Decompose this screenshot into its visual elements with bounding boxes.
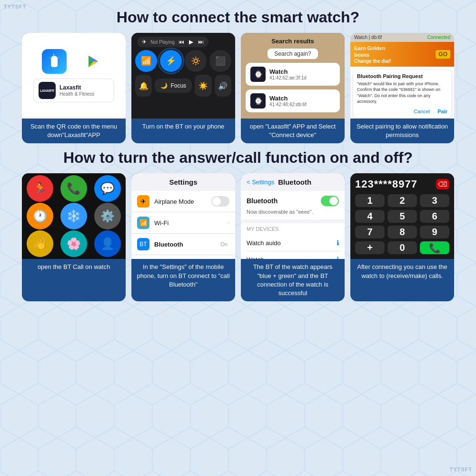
wf-run-icon: 🏃 [27, 175, 53, 202]
settings-airplane[interactable]: ✈ Airplane Mode [131, 191, 235, 212]
card4-image: Watch | db:6f Connected Earn Golden bean… [350, 33, 454, 119]
bt-devices-section: MY DEVICES Watch auido ℹ Watch ℹ [241, 223, 345, 259]
connected-status: Connected [427, 35, 450, 40]
card-select-pairing: Watch | db:6f Connected Earn Golden bean… [350, 33, 454, 143]
dialpad-delete-btn[interactable]: ⌫ [436, 179, 449, 189]
cc-wifi-btn[interactable]: 📶 [135, 50, 157, 72]
bt-top-bar: Watch | db:6f Connected [350, 33, 454, 42]
bt-pairing-ui: Watch | db:6f Connected Earn Golden bean… [350, 33, 454, 119]
app-icons-container: LAXASFIT Laxasfit Health & Fitness [29, 44, 119, 107]
search-again-btn[interactable]: Search again? [268, 49, 317, 59]
watch-icon-1: ⌚ [250, 67, 266, 82]
section2-title: How to turn the answer/call function on … [14, 149, 462, 167]
banner-line2: beans [354, 51, 391, 58]
cc-focus-btn[interactable]: 🌙 Focus [155, 79, 192, 93]
dialpad-grid: 1 2 3 4 5 6 7 8 9 + 0 📞 [355, 194, 449, 254]
card6-image: Settings ✈ Airplane Mode 📶 Wi-Fi › BT Bl… [131, 173, 235, 259]
card5-label: open the BT Call on watch [22, 259, 126, 275]
bluetooth-icon: BT [137, 238, 149, 250]
dialpad-key-3[interactable]: 3 [420, 194, 449, 207]
wf-flower-icon: 🌸 [60, 230, 87, 257]
card7-image: < Settings Bluetooth Bluetooth Now disco… [241, 173, 345, 259]
wf-clock-icon: 🕐 [27, 203, 53, 229]
bt-discoverable-text: Now discoverable as "eeee". [247, 209, 339, 215]
laxasfit-tagline: Health & Fitness [60, 91, 94, 97]
search-results-title: Search results [271, 38, 314, 45]
section2-cards-row: 🏃 📞 💬 🕐 ❄️ ⚙️ 👋 🌸 👤 open the BT Call on … [14, 173, 462, 301]
cc-more-btn[interactable]: 🔅 [185, 50, 207, 72]
bt-game-banner: Earn Golden beans Change the dial! GO [350, 42, 454, 67]
watch-result-2[interactable]: ⌚ Watch 41:42:48:42:db:6f [246, 89, 340, 112]
card3-image: Search results Search again? ⌚ Watch 41:… [241, 33, 345, 119]
bt-device-info-2[interactable]: ℹ [337, 256, 339, 259]
cc-alarm-btn[interactable]: 🔔 [135, 75, 152, 97]
card8-label: After connecting you can use the watch t… [350, 259, 454, 284]
watermark-top-left: TYTSFT [4, 4, 27, 10]
dialpad-number: 123****8977 [355, 178, 417, 190]
card-scan-qr: LAXASFIT Laxasfit Health & Fitness Scan … [22, 33, 126, 143]
cc-bluetooth-btn[interactable]: ⚡ [160, 50, 182, 72]
cc-icons-row1: 📶 ⚡ 🔅 ⬛ [135, 50, 231, 72]
card6-label: In the "Settings" of the mobile phone, t… [131, 259, 235, 293]
dialpad-key-6[interactable]: 6 [420, 210, 449, 223]
wifi-label: Wi-Fi [154, 219, 223, 227]
bluetooth-value: On [220, 241, 228, 247]
card-open-bt-call: 🏃 📞 💬 🕐 ❄️ ⚙️ 👋 🌸 👤 open the BT Call on … [22, 173, 126, 301]
wifi-arrow: › [228, 220, 229, 226]
watch-info-2: Watch 41:42:48:42:db:6f [269, 95, 307, 107]
dialpad-key-4[interactable]: 4 [355, 210, 385, 223]
section1-cards-row: LAXASFIT Laxasfit Health & Fitness Scan … [14, 33, 462, 143]
watch-info-1: Watch 41:42:62:ae:3f:1d [269, 68, 307, 80]
dialpad-key-1[interactable]: 1 [355, 194, 385, 207]
card-settings: Settings ✈ Airplane Mode 📶 Wi-Fi › BT Bl… [131, 173, 235, 301]
play-icon: ▶ [189, 39, 193, 45]
cc-volume-btn[interactable]: 🔊 [215, 75, 231, 97]
bt-device-watch[interactable]: Watch ℹ [247, 251, 339, 259]
focus-label: Focus [170, 82, 186, 89]
page-container: TYTSFT TYTSFT How to connect the smart w… [0, 0, 476, 476]
cc-top-bar: ✈ Not Playing ⏮ ▶ ⏭ [135, 37, 231, 47]
dialpad-key-2[interactable]: 2 [387, 194, 417, 207]
cc-screen-btn[interactable]: ⬛ [209, 50, 231, 72]
cc-brightness-btn[interactable]: ☀️ [195, 75, 211, 97]
settings-cellular[interactable]: 📱 Cellular › [131, 255, 235, 259]
bt-pairing-dialog: Bluetooth Pairing Request "Watch" would … [353, 69, 451, 118]
dialpad-ui: 123****8977 ⌫ 1 2 3 4 5 6 7 8 9 + [350, 173, 454, 259]
bt-dialog-title: Bluetooth Pairing Request [357, 73, 447, 79]
dialpad-call-btn[interactable]: 📞 [420, 241, 449, 255]
laxasfit-logo: LAXASFIT [39, 82, 56, 99]
bt-toggle-section: Bluetooth Now discoverable as "eeee". [241, 191, 345, 219]
dialpad-key-8[interactable]: 8 [387, 226, 417, 238]
moon-icon: 🌙 [160, 82, 168, 89]
card4-label: Select pairing to allow notification per… [350, 119, 454, 143]
dialpad-key-5[interactable]: 5 [387, 210, 417, 223]
app-store-icon [42, 49, 67, 74]
card2-image: ✈ Not Playing ⏮ ▶ ⏭ 📶 ⚡ [131, 33, 235, 119]
watch-result-1[interactable]: ⌚ Watch 41:42:62:ae:3f:1d [246, 63, 340, 86]
wf-message-icon: 💬 [94, 175, 121, 202]
card5-image: 🏃 📞 💬 🕐 ❄️ ⚙️ 👋 🌸 👤 [22, 173, 126, 259]
settings-bluetooth[interactable]: BT Bluetooth On [131, 234, 235, 255]
bt-device-info-1[interactable]: ℹ [337, 239, 339, 247]
bt-settings-header: < Settings Bluetooth [241, 173, 345, 191]
wf-snowflake-icon: ❄️ [60, 203, 87, 229]
dialpad-key-0[interactable]: 0 [387, 241, 417, 255]
bt-pair-btn[interactable]: Pair [437, 109, 447, 114]
airplane-toggle[interactable] [211, 196, 229, 207]
bt-device-watch-audio[interactable]: Watch auido ℹ [247, 235, 339, 251]
search-results-ui: Search results Search again? ⌚ Watch 41:… [241, 33, 345, 119]
dialpad-key-9[interactable]: 9 [420, 226, 449, 238]
bt-toggle[interactable] [321, 196, 339, 206]
card-bt-blue-green: < Settings Bluetooth Bluetooth Now disco… [241, 173, 345, 301]
bt-back-btn[interactable]: < Settings [247, 178, 274, 186]
cc-not-playing: ✈ Not Playing ⏮ ▶ ⏭ [137, 37, 208, 47]
watch-face-ui: 🏃 📞 💬 🕐 ❄️ ⚙️ 👋 🌸 👤 [22, 173, 126, 259]
bt-cancel-btn[interactable]: Cancel [414, 109, 430, 114]
airplane-label: Airplane Mode [154, 198, 207, 205]
dialpad-key-7[interactable]: 7 [355, 226, 385, 238]
wifi-icon: 📶 [137, 217, 149, 229]
go-btn[interactable]: GO [436, 50, 450, 59]
settings-wifi[interactable]: 📶 Wi-Fi › [131, 212, 235, 234]
dialpad-key-plus[interactable]: + [355, 241, 385, 255]
bt-device-name-1: Watch auido [247, 239, 281, 247]
